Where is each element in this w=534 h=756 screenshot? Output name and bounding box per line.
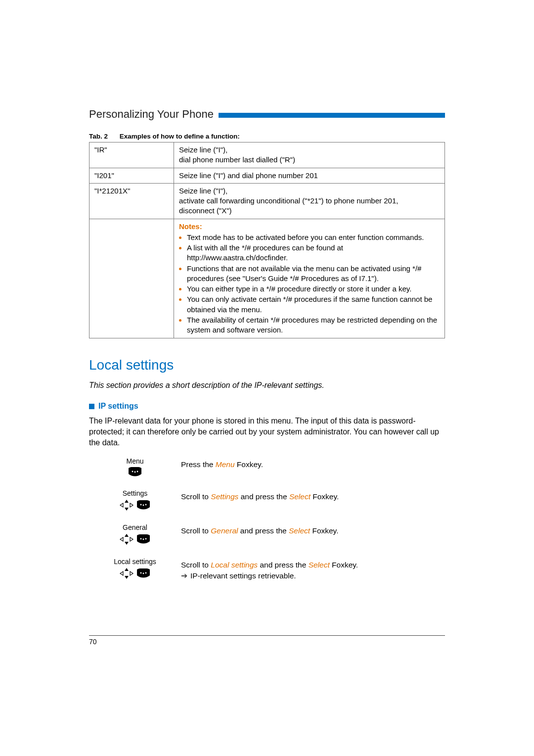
table-cell-desc: Seize line ("I"), activate call forwardi… xyxy=(174,183,445,219)
svg-marker-12 xyxy=(120,537,123,541)
ip-settings-subhead: IP settings xyxy=(89,402,445,411)
notes-list: Text mode has to be activated before you… xyxy=(179,233,440,335)
svg-marker-11 xyxy=(125,542,129,545)
table-cell-empty xyxy=(89,219,174,338)
step-label: Local settings xyxy=(93,558,177,566)
table-row-notes: Notes:Text mode has to be activated befo… xyxy=(89,219,445,338)
step-text: Scroll to Settings and press the Select … xyxy=(181,489,445,502)
svg-point-21 xyxy=(140,572,142,574)
emphasis: Settings xyxy=(211,492,238,501)
emphasis: Local settings xyxy=(211,561,258,569)
table-row: "I*21201X"Seize line ("I"), activate cal… xyxy=(89,183,445,219)
table-row: "I201"Seize line ("I") and dial phone nu… xyxy=(89,168,445,183)
table-cell-code: "I201" xyxy=(89,168,174,183)
step-icons xyxy=(128,467,142,478)
step-subline: IP-relevant settings retrievable. xyxy=(181,570,445,581)
svg-point-2 xyxy=(137,471,138,472)
svg-marker-3 xyxy=(125,500,129,503)
notes-item: Text mode has to be activated before you… xyxy=(187,233,440,242)
svg-point-23 xyxy=(145,572,147,574)
page: Personalizing Your Phone Tab. 2 Examples… xyxy=(0,0,534,756)
step-icons xyxy=(119,567,151,581)
step-line: Press the Menu Foxkey. xyxy=(181,459,445,470)
step-left: Local settings xyxy=(89,558,181,581)
svg-point-1 xyxy=(134,472,136,473)
svg-marker-6 xyxy=(130,503,133,507)
step-left: Menu xyxy=(89,457,181,478)
emphasis: Select xyxy=(309,561,330,569)
svg-marker-10 xyxy=(125,534,129,537)
local-settings-heading: Local settings xyxy=(89,357,445,373)
step-label: Menu xyxy=(93,457,177,465)
svg-point-7 xyxy=(140,504,142,506)
table-cell-desc: Seize line ("I"), dial phone number last… xyxy=(174,142,445,168)
svg-marker-18 xyxy=(125,576,129,579)
svg-point-15 xyxy=(143,539,144,540)
svg-marker-20 xyxy=(130,571,133,575)
svg-marker-13 xyxy=(130,537,133,541)
step-icons xyxy=(119,499,151,513)
svg-marker-17 xyxy=(125,568,129,571)
table-cell-code: "IR" xyxy=(89,142,174,168)
emphasis: General xyxy=(211,526,238,535)
svg-point-22 xyxy=(143,573,144,574)
step-left: General xyxy=(89,523,181,547)
foxkey-icon xyxy=(136,534,151,546)
step-icons xyxy=(119,533,151,547)
page-header-title: Personalizing Your Phone xyxy=(89,108,214,121)
step-label: General xyxy=(93,523,177,531)
svg-marker-5 xyxy=(120,503,123,507)
step-text: Scroll to General and press the Select F… xyxy=(181,523,445,536)
notes-item: A list with all the */# procedures can b… xyxy=(187,243,440,263)
nav-pad-icon xyxy=(119,533,134,547)
svg-point-8 xyxy=(143,505,144,506)
table-cell-desc: Seize line ("I") and dial phone number 2… xyxy=(174,168,445,183)
foxkey-icon xyxy=(136,568,151,580)
emphasis: Select xyxy=(289,492,311,501)
notes-item: You can either type in a */# procedure d… xyxy=(187,284,440,294)
table-caption: Tab. 2 Examples of how to define a funct… xyxy=(89,133,445,140)
header-accent-bar xyxy=(219,113,445,118)
instruction-steps: MenuPress the Menu Foxkey.SettingsScroll… xyxy=(89,457,445,581)
page-header: Personalizing Your Phone xyxy=(89,108,445,121)
emphasis: Menu xyxy=(216,460,235,469)
step-line: Scroll to Local settings and press the S… xyxy=(181,560,445,570)
step-text: Scroll to Local settings and press the S… xyxy=(181,558,445,581)
ip-settings-subhead-text: IP settings xyxy=(98,402,138,411)
nav-pad-icon xyxy=(119,567,134,581)
nav-pad-icon xyxy=(119,499,134,513)
notes-label: Notes: xyxy=(179,222,440,232)
foxkey-icon xyxy=(136,500,151,512)
svg-marker-19 xyxy=(120,571,123,575)
step-line: Scroll to General and press the Select F… xyxy=(181,525,445,536)
ip-settings-body: The IP-relevant data for your phone is s… xyxy=(89,416,445,448)
page-number: 70 xyxy=(89,638,97,646)
step-text: Press the Menu Foxkey. xyxy=(181,457,445,470)
subhead-bullet-icon xyxy=(89,404,94,409)
step-line: Scroll to Settings and press the Select … xyxy=(181,491,445,502)
svg-point-0 xyxy=(132,471,134,472)
notes-item: You can only activate certain */# proced… xyxy=(187,294,440,315)
svg-marker-4 xyxy=(125,508,129,511)
notes-item: Functions that are not available via the… xyxy=(187,264,440,284)
instruction-step: GeneralScroll to General and press the S… xyxy=(89,523,445,547)
instruction-step: SettingsScroll to Settings and press the… xyxy=(89,489,445,513)
step-left: Settings xyxy=(89,489,181,513)
notes-item: The availability of certain */# procedur… xyxy=(187,315,440,335)
svg-point-16 xyxy=(145,538,147,540)
svg-point-9 xyxy=(145,504,147,506)
foxkey-icon xyxy=(128,467,142,478)
table-caption-title: Examples of how to define a function: xyxy=(120,133,240,140)
table-cell-notes: Notes:Text mode has to be activated befo… xyxy=(174,219,445,338)
emphasis: Select xyxy=(289,526,310,535)
step-label: Settings xyxy=(93,489,177,497)
instruction-step: MenuPress the Menu Foxkey. xyxy=(89,457,445,478)
local-settings-intro: This section provides a short descriptio… xyxy=(89,381,445,390)
instruction-step: Local settingsScroll to Local settings a… xyxy=(89,558,445,581)
table-caption-label: Tab. 2 xyxy=(89,133,108,140)
table-cell-code: "I*21201X" xyxy=(89,183,174,219)
page-footer: 70 xyxy=(89,635,445,646)
examples-table: "IR"Seize line ("I"), dial phone number … xyxy=(89,142,445,338)
table-row: "IR"Seize line ("I"), dial phone number … xyxy=(89,142,445,168)
svg-point-14 xyxy=(140,538,142,540)
